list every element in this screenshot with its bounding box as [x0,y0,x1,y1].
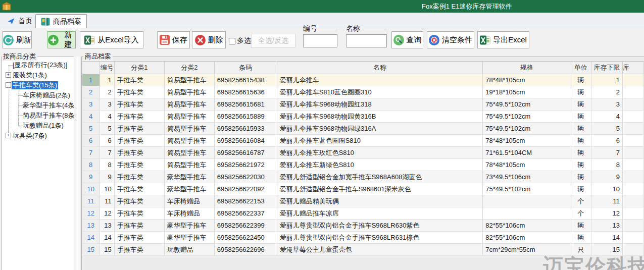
cell-partial [622,195,643,207]
tree-item[interactable]: 车床椅赠品(2条) [2,90,74,100]
tree-item[interactable]: 简易型手推车(8条) [2,111,74,121]
cell: 12 [100,207,114,220]
tree-item[interactable]: +服装类(1条) [2,70,74,80]
table-row[interactable]: 33手推车类简易型手推车6958256615681爱丽儿伞推车S968动物园红3… [82,98,644,111]
row-number-cell[interactable]: 8 [82,159,100,171]
tab-product-archive[interactable]: 商品档案 [35,14,87,28]
row-number-cell[interactable]: 10 [82,183,100,195]
save-button[interactable]: 保存 [157,31,190,48]
export-excel-button[interactable]: 导出Excel [477,31,529,48]
cell: 手推车类 [114,135,164,147]
row-number-cell[interactable]: 1 [82,74,100,86]
query-label: 查询 [407,35,422,45]
table-row[interactable]: 1313手推车类豪华型手推车6958256622399爱丽儿尊贵型双向铝合金手推… [82,220,644,232]
table-group-title: 商品档案 [83,52,113,61]
row-number-cell[interactable]: 11 [82,195,100,207]
table-row[interactable]: 77手推车类简易型手推车6958256616787爱丽儿伞推车玫红色S81071… [82,147,644,159]
cell-partial [622,171,643,183]
cell: 手推车类 [114,171,164,183]
column-header[interactable]: 库存下限 [591,62,622,74]
tree-item-label: [显示所有行(23条)] [12,61,68,69]
table-row[interactable]: 66手推车类简易型手推车6958256616084爱丽儿伞推车蓝色圈圈S8107… [82,135,644,147]
tree-item[interactable]: +玩具类(7条) [2,131,74,141]
expand-icon[interactable]: + [6,72,11,78]
row-number-cell[interactable]: 7 [82,147,100,159]
cell: 6958256615933 [214,123,277,135]
tree-item[interactable]: -手推车类(15条) [2,80,74,90]
row-number-cell[interactable]: 6 [82,135,100,147]
table-row[interactable]: 11手推车类简易型手推车6958256615438爱丽儿伞推车78*48*105… [82,74,644,86]
cell: 13 [100,220,114,232]
row-number-cell[interactable]: 5 [82,123,100,135]
tree-item[interactable]: 豪华型手推车(4条) [2,100,74,111]
delete-button[interactable]: 删除 [192,31,226,48]
save-label: 保存 [172,35,187,45]
column-header[interactable]: 条码 [214,62,277,74]
new-button[interactable]: 新建 [47,31,76,48]
name-input[interactable] [346,34,387,47]
column-header[interactable]: 单位 [570,62,591,74]
row-number-cell[interactable]: 15 [82,244,100,256]
cell: 爱丽儿伞推车S968动物园绿316A [277,123,483,135]
collapse-icon[interactable]: - [6,82,11,88]
expand-icon[interactable]: + [6,133,11,138]
row-number-cell[interactable]: 13 [82,220,100,232]
tree-item[interactable]: [显示所有行(23条)] [2,60,74,70]
column-header-partial[interactable]: 库 [622,62,643,74]
cell [483,207,570,220]
column-header[interactable]: 规格 [483,62,570,74]
column-header[interactable]: 分类1 [114,62,164,74]
row-number-cell[interactable]: 12 [82,207,100,220]
refresh-button[interactable]: 刷新 [3,31,32,48]
cell: 6958256622399 [214,220,277,232]
cell: 辆 [570,147,591,159]
tab-product-archive-label: 商品档案 [53,17,81,26]
select-all-button[interactable]: 全选/反选 [251,34,295,48]
cell: 辆 [570,171,591,183]
table-row[interactable]: 1212手推车类车床椅赠品6958256622337爱丽儿赠品推车凉席个12 [82,207,644,220]
tab-home[interactable]: 首页 [2,14,37,28]
table-row[interactable]: 1111手推车类车床椅赠品6958256622153爱丽儿赠品精美玩偶个11 [82,195,644,207]
cell: 4 [591,111,622,123]
tree-item-label: 手推车类(15条) [12,81,58,89]
delete-label: 删除 [208,35,223,45]
table-row[interactable]: 22手推车类简易型手推车6958256615636爱丽儿伞推车S810蓝色圈圈3… [82,86,644,98]
table-row[interactable]: 1414手推车类豪华型手推车6958256622450爱丽儿尊贵型双向铝合金手推… [82,232,644,244]
table-row[interactable]: 88手推车类简易型手推车6958256621972爱丽儿伞推车新绿色S81078… [82,159,644,171]
tree-scrollbar[interactable] [76,57,80,270]
multi-select-checkbox[interactable] [229,38,235,44]
cell-partial [622,147,643,159]
column-header[interactable]: 编号 [100,62,114,74]
cell: 手推车类 [114,232,164,244]
cell [483,195,570,207]
code-input[interactable] [303,34,337,47]
row-number-header [82,62,100,74]
titlebar: Fox案例1 E1迷你库存管理软件 [0,0,644,13]
row-number-cell[interactable]: 4 [82,111,100,123]
column-header[interactable]: 分类2 [164,62,214,74]
row-number-cell[interactable]: 14 [82,232,100,244]
tree-item[interactable]: 玩教赠品(1条) [2,121,74,131]
cell: 6958256622153 [214,195,277,207]
cell: 82*55*106cm [483,232,570,244]
cell: 3 [100,98,114,111]
row-number-cell[interactable]: 3 [82,98,100,111]
table-row[interactable]: 99手推车类豪华型手推车6958256622030爱丽儿舒适型铝合金加宽手推车S… [82,171,644,183]
row-number-cell[interactable]: 9 [82,171,100,183]
table-row[interactable]: 44手推车类简易型手推车6958256615889爱丽儿伞推车S968动物园黄3… [82,111,644,123]
column-header[interactable]: 名称 [277,62,483,74]
cell: 简易型手推车 [164,111,214,123]
category-tree: [显示所有行(23条)]+服装类(1条)-手推车类(15条)车床椅赠品(2条)豪… [2,57,74,141]
cell: 6958256622450 [214,232,277,244]
row-number-cell[interactable]: 2 [82,86,100,98]
cell: 71*61.5*104CM [483,147,570,159]
delete-icon [195,35,206,45]
import-excel-button[interactable]: 从Excel导入 [80,31,143,48]
cell: 爱丽儿伞推车玫红色S810 [277,147,483,159]
table-row[interactable]: 1010手推车类豪华型手推车6958256622092爱丽儿舒适型铝合金手推车S… [82,183,644,195]
clear-filter-button[interactable]: 清空条件 [427,31,474,48]
cell: 辆 [570,74,591,86]
query-button[interactable]: 查询 [391,31,423,48]
cell: 车床椅赠品 [164,195,214,207]
table-row[interactable]: 55手推车类简易型手推车6958256615933爱丽儿伞推车S968动物园绿3… [82,123,644,135]
